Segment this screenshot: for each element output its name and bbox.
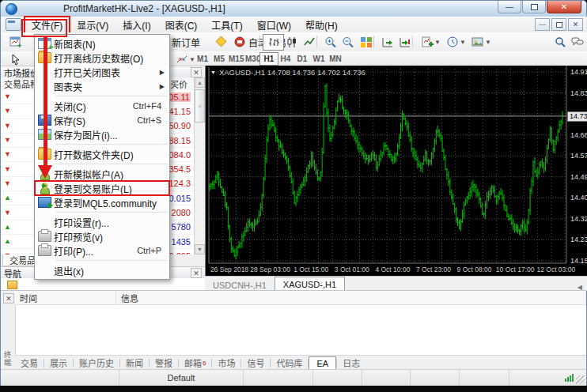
- zoomout-icon: [341, 36, 354, 49]
- menu-separator: [55, 96, 168, 96]
- price-tick-label: 14.915: [570, 69, 587, 76]
- status-profile[interactable]: Default: [119, 370, 244, 386]
- menu-item-开新模拟帐户A[interactable]: 开新模拟帐户(A): [35, 167, 169, 181]
- toolbar-separator: [259, 36, 260, 47]
- newchart-glyph-icon: [38, 38, 51, 49]
- terminal-col-message[interactable]: 信息: [116, 291, 586, 304]
- menu-insert[interactable]: 插入(I): [116, 17, 157, 33]
- periods-button[interactable]: ▼: [441, 34, 470, 51]
- menu-item-退出x[interactable]: 退出(x): [35, 263, 169, 277]
- child-restore-button[interactable]: [551, 18, 566, 31]
- menu-charts[interactable]: 图表(C): [158, 17, 205, 33]
- child-minimize-button[interactable]: —: [535, 18, 550, 31]
- title-bar[interactable]: ProfitMarketHK-Live2 - [XAGUSD-,H1] — ✕: [1, 1, 586, 17]
- templates-button[interactable]: ▼: [467, 34, 495, 51]
- menu-item-保存为图片i[interactable]: 保存为图片(i)...: [35, 127, 169, 141]
- new-chart-button[interactable]: +: [5, 34, 26, 51]
- tick-up-icon: ▲: [4, 238, 12, 245]
- menu-file[interactable]: 文件(F): [25, 17, 70, 33]
- navigator-close-icon[interactable]: ✕: [191, 268, 202, 278]
- terminal-tab-1[interactable]: 展示: [44, 356, 73, 370]
- terminal-side-strip: ✕ 终端: [1, 291, 16, 370]
- terminal-close-icon[interactable]: ✕: [3, 293, 14, 303]
- menu-item-打开已关闭图表[interactable]: 打开已关闭图表▶: [35, 65, 169, 79]
- menu-window[interactable]: 窗口(W): [250, 17, 298, 33]
- menu-item-登录到MQL5community[interactable]: 登录到MQL5.community: [35, 195, 169, 209]
- menu-item-shortcut: Ctrl+F4: [133, 101, 161, 111]
- toolbar-separator: [373, 36, 374, 47]
- terminal-col-time[interactable]: 时间: [15, 291, 116, 304]
- dropdown-caret-icon: ▼: [460, 39, 466, 46]
- menu-item-保存S[interactable]: 保存(S)Ctrl+S: [35, 113, 169, 127]
- submenu-arrow-icon: ▶: [160, 69, 165, 76]
- terminal-tab-0[interactable]: 交易: [15, 356, 44, 370]
- chart-canvas[interactable]: [206, 66, 587, 276]
- terminal-tab-4[interactable]: 警报: [150, 356, 178, 370]
- child-window-icon[interactable]: [6, 18, 21, 31]
- terminal-tab-7[interactable]: 信号: [241, 356, 270, 370]
- terminal-tab-10[interactable]: 日志: [337, 356, 365, 370]
- terminal-tab-2[interactable]: 账户历史: [74, 356, 119, 370]
- ask-price-value: 354.5: [169, 164, 191, 174]
- child-window-controls: — ✕: [533, 18, 583, 31]
- window-title: ProfitMarketHK-Live2 - [XAGUSD-,H1]: [63, 3, 225, 14]
- menu-item-打印P[interactable]: 打印(P)...Ctrl+P: [35, 243, 169, 258]
- timeframe-MN[interactable]: MN: [326, 52, 345, 66]
- tick-up-icon: ▲: [4, 194, 12, 202]
- menu-item-打开离线历史数据O[interactable]: 打开离线历史数据(O): [35, 51, 169, 65]
- metaeditor-button[interactable]: [210, 34, 231, 51]
- close-button[interactable]: ✕: [547, 1, 581, 13]
- restore-button[interactable]: [522, 1, 546, 13]
- child-close-button[interactable]: ✕: [568, 18, 583, 31]
- navigator-content[interactable]: [1, 278, 206, 290]
- chart-window[interactable]: ▼ XAGUSD-,H1 14.708 14.736 14.702 14.736…: [205, 66, 587, 276]
- price-tick-label: 14.660: [570, 132, 587, 139]
- scrollbar-thumb[interactable]: ≡: [195, 89, 205, 122]
- terminal-tab-6[interactable]: 市场: [212, 356, 240, 370]
- status-cell: [411, 370, 460, 386]
- print-icon: [35, 245, 54, 256]
- menu-tools[interactable]: 工具(T): [204, 17, 249, 33]
- candles-icon: [285, 36, 298, 49]
- terminal-tab-label: 信号: [247, 356, 264, 369]
- menu-item-打开数据文件夹D[interactable]: 打开数据文件夹(D): [35, 147, 169, 161]
- tick-down-icon: ▼: [4, 209, 12, 217]
- app-logo-icon: [6, 3, 17, 15]
- market-watch-close-icon[interactable]: ✕: [191, 67, 202, 77]
- scroll-down-icon[interactable]: ▼: [195, 244, 205, 254]
- application-window: ProfitMarketHK-Live2 - [XAGUSD-,H1] — ✕ …: [0, 0, 587, 386]
- scroll-up-icon[interactable]: ▲: [195, 77, 205, 88]
- minimize-button[interactable]: —: [498, 1, 521, 13]
- menu-item-打印预览v[interactable]: 打印预览(v): [35, 229, 169, 243]
- menu-help[interactable]: 帮助(H): [298, 17, 345, 33]
- menu-item-登录到交易账户L[interactable]: 登录到交易账户(L): [35, 181, 169, 195]
- menu-item-label: 打开已关闭图表: [54, 66, 120, 79]
- autoscroll-icon: [381, 36, 394, 49]
- chart-tab-USDCNHH1[interactable]: USDCNH-,H1: [205, 279, 275, 291]
- new-order-button[interactable]: 新订单: [168, 34, 204, 51]
- template-icon: [471, 36, 484, 49]
- print-icon: [35, 231, 54, 242]
- chart-tab-XAGUSDH1[interactable]: XAGUSD-,H1: [275, 277, 345, 291]
- resize-grip[interactable]: [576, 375, 585, 384]
- indicators-button[interactable]: ▼: [416, 34, 445, 51]
- chart-dropdown-icon[interactable]: ▼: [210, 70, 216, 75]
- tick-down-icon: ▼: [4, 122, 12, 130]
- menu-view[interactable]: 显示(V): [70, 17, 116, 33]
- menu-item-图表夹[interactable]: 图表夹▶: [35, 79, 169, 93]
- menu-item-关闭C[interactable]: 关闭(C)Ctrl+F4: [35, 99, 169, 113]
- terminal-tab-ea[interactable]: EA: [309, 356, 336, 370]
- newchart-icon: +: [9, 36, 22, 49]
- menu-separator: [55, 164, 168, 164]
- bars-icon: [267, 36, 280, 49]
- market-watch-scrollbar[interactable]: ▲ ≡ ▼: [194, 77, 206, 254]
- pic-icon: [35, 129, 54, 140]
- menu-item-打印设置r[interactable]: 打印设置(r)...: [35, 215, 169, 229]
- terminal-tab-5[interactable]: 邮箱6: [179, 356, 211, 370]
- menu-item-label: 打开数据文件夹(D): [54, 148, 134, 161]
- menu-item-新图表N[interactable]: 新图表(N): [35, 36, 169, 51]
- terminal-tab-8[interactable]: 代码库: [271, 356, 308, 370]
- chat-button[interactable]: [566, 34, 587, 51]
- folder-icon: [35, 149, 54, 160]
- terminal-tab-3[interactable]: 新闻: [120, 356, 149, 370]
